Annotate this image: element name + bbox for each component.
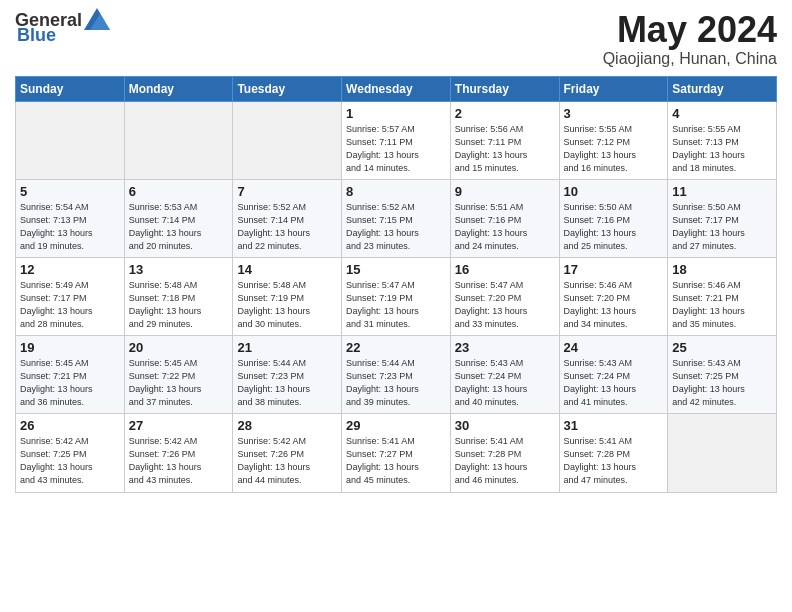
calendar-page: General Blue May 2024 Qiaojiang, Hunan, …: [0, 0, 792, 612]
day-number: 11: [672, 184, 772, 199]
week-row-5: 26Sunrise: 5:42 AM Sunset: 7:25 PM Dayli…: [16, 414, 777, 492]
calendar-subtitle: Qiaojiang, Hunan, China: [603, 50, 777, 68]
day-number: 13: [129, 262, 229, 277]
weekday-header-tuesday: Tuesday: [233, 76, 342, 101]
calendar-cell: 3Sunrise: 5:55 AM Sunset: 7:12 PM Daylig…: [559, 101, 668, 179]
day-info: Sunrise: 5:41 AM Sunset: 7:28 PM Dayligh…: [564, 435, 664, 487]
day-info: Sunrise: 5:44 AM Sunset: 7:23 PM Dayligh…: [346, 357, 446, 409]
calendar-cell: 2Sunrise: 5:56 AM Sunset: 7:11 PM Daylig…: [450, 101, 559, 179]
day-info: Sunrise: 5:50 AM Sunset: 7:16 PM Dayligh…: [564, 201, 664, 253]
calendar-title: May 2024: [603, 10, 777, 50]
day-info: Sunrise: 5:55 AM Sunset: 7:13 PM Dayligh…: [672, 123, 772, 175]
day-info: Sunrise: 5:45 AM Sunset: 7:22 PM Dayligh…: [129, 357, 229, 409]
day-number: 24: [564, 340, 664, 355]
calendar-table: SundayMondayTuesdayWednesdayThursdayFrid…: [15, 76, 777, 493]
day-number: 18: [672, 262, 772, 277]
day-info: Sunrise: 5:54 AM Sunset: 7:13 PM Dayligh…: [20, 201, 120, 253]
day-number: 22: [346, 340, 446, 355]
calendar-cell: 23Sunrise: 5:43 AM Sunset: 7:24 PM Dayli…: [450, 336, 559, 414]
day-info: Sunrise: 5:57 AM Sunset: 7:11 PM Dayligh…: [346, 123, 446, 175]
day-number: 25: [672, 340, 772, 355]
calendar-cell: 24Sunrise: 5:43 AM Sunset: 7:24 PM Dayli…: [559, 336, 668, 414]
day-number: 8: [346, 184, 446, 199]
day-info: Sunrise: 5:42 AM Sunset: 7:26 PM Dayligh…: [129, 435, 229, 487]
calendar-cell: 14Sunrise: 5:48 AM Sunset: 7:19 PM Dayli…: [233, 257, 342, 335]
day-info: Sunrise: 5:41 AM Sunset: 7:27 PM Dayligh…: [346, 435, 446, 487]
day-info: Sunrise: 5:46 AM Sunset: 7:21 PM Dayligh…: [672, 279, 772, 331]
calendar-cell: 25Sunrise: 5:43 AM Sunset: 7:25 PM Dayli…: [668, 336, 777, 414]
day-number: 19: [20, 340, 120, 355]
day-number: 1: [346, 106, 446, 121]
calendar-cell: 8Sunrise: 5:52 AM Sunset: 7:15 PM Daylig…: [342, 179, 451, 257]
title-section: May 2024 Qiaojiang, Hunan, China: [603, 10, 777, 68]
calendar-cell: 1Sunrise: 5:57 AM Sunset: 7:11 PM Daylig…: [342, 101, 451, 179]
day-info: Sunrise: 5:43 AM Sunset: 7:24 PM Dayligh…: [564, 357, 664, 409]
day-info: Sunrise: 5:42 AM Sunset: 7:26 PM Dayligh…: [237, 435, 337, 487]
day-info: Sunrise: 5:51 AM Sunset: 7:16 PM Dayligh…: [455, 201, 555, 253]
day-number: 14: [237, 262, 337, 277]
calendar-cell: [16, 101, 125, 179]
day-number: 15: [346, 262, 446, 277]
day-number: 30: [455, 418, 555, 433]
day-number: 17: [564, 262, 664, 277]
week-row-1: 1Sunrise: 5:57 AM Sunset: 7:11 PM Daylig…: [16, 101, 777, 179]
day-number: 16: [455, 262, 555, 277]
day-number: 9: [455, 184, 555, 199]
calendar-cell: 5Sunrise: 5:54 AM Sunset: 7:13 PM Daylig…: [16, 179, 125, 257]
week-row-3: 12Sunrise: 5:49 AM Sunset: 7:17 PM Dayli…: [16, 257, 777, 335]
calendar-cell: [668, 414, 777, 492]
calendar-cell: 4Sunrise: 5:55 AM Sunset: 7:13 PM Daylig…: [668, 101, 777, 179]
day-info: Sunrise: 5:43 AM Sunset: 7:24 PM Dayligh…: [455, 357, 555, 409]
day-info: Sunrise: 5:56 AM Sunset: 7:11 PM Dayligh…: [455, 123, 555, 175]
weekday-header-sunday: Sunday: [16, 76, 125, 101]
day-number: 5: [20, 184, 120, 199]
calendar-cell: 28Sunrise: 5:42 AM Sunset: 7:26 PM Dayli…: [233, 414, 342, 492]
calendar-cell: 30Sunrise: 5:41 AM Sunset: 7:28 PM Dayli…: [450, 414, 559, 492]
calendar-cell: 26Sunrise: 5:42 AM Sunset: 7:25 PM Dayli…: [16, 414, 125, 492]
day-number: 27: [129, 418, 229, 433]
calendar-cell: 22Sunrise: 5:44 AM Sunset: 7:23 PM Dayli…: [342, 336, 451, 414]
day-info: Sunrise: 5:45 AM Sunset: 7:21 PM Dayligh…: [20, 357, 120, 409]
calendar-cell: 15Sunrise: 5:47 AM Sunset: 7:19 PM Dayli…: [342, 257, 451, 335]
calendar-cell: 29Sunrise: 5:41 AM Sunset: 7:27 PM Dayli…: [342, 414, 451, 492]
calendar-cell: 7Sunrise: 5:52 AM Sunset: 7:14 PM Daylig…: [233, 179, 342, 257]
weekday-header-wednesday: Wednesday: [342, 76, 451, 101]
day-info: Sunrise: 5:50 AM Sunset: 7:17 PM Dayligh…: [672, 201, 772, 253]
day-info: Sunrise: 5:44 AM Sunset: 7:23 PM Dayligh…: [237, 357, 337, 409]
calendar-cell: 16Sunrise: 5:47 AM Sunset: 7:20 PM Dayli…: [450, 257, 559, 335]
day-number: 3: [564, 106, 664, 121]
day-number: 10: [564, 184, 664, 199]
calendar-cell: 27Sunrise: 5:42 AM Sunset: 7:26 PM Dayli…: [124, 414, 233, 492]
logo-blue: Blue: [17, 25, 56, 46]
calendar-cell: 9Sunrise: 5:51 AM Sunset: 7:16 PM Daylig…: [450, 179, 559, 257]
calendar-cell: 13Sunrise: 5:48 AM Sunset: 7:18 PM Dayli…: [124, 257, 233, 335]
weekday-header-thursday: Thursday: [450, 76, 559, 101]
day-info: Sunrise: 5:53 AM Sunset: 7:14 PM Dayligh…: [129, 201, 229, 253]
day-info: Sunrise: 5:46 AM Sunset: 7:20 PM Dayligh…: [564, 279, 664, 331]
calendar-cell: [124, 101, 233, 179]
calendar-cell: [233, 101, 342, 179]
calendar-cell: 20Sunrise: 5:45 AM Sunset: 7:22 PM Dayli…: [124, 336, 233, 414]
weekday-header-row: SundayMondayTuesdayWednesdayThursdayFrid…: [16, 76, 777, 101]
day-number: 21: [237, 340, 337, 355]
day-info: Sunrise: 5:47 AM Sunset: 7:19 PM Dayligh…: [346, 279, 446, 331]
calendar-cell: 17Sunrise: 5:46 AM Sunset: 7:20 PM Dayli…: [559, 257, 668, 335]
day-info: Sunrise: 5:48 AM Sunset: 7:19 PM Dayligh…: [237, 279, 337, 331]
day-info: Sunrise: 5:42 AM Sunset: 7:25 PM Dayligh…: [20, 435, 120, 487]
calendar-cell: 19Sunrise: 5:45 AM Sunset: 7:21 PM Dayli…: [16, 336, 125, 414]
day-number: 29: [346, 418, 446, 433]
day-number: 7: [237, 184, 337, 199]
calendar-cell: 6Sunrise: 5:53 AM Sunset: 7:14 PM Daylig…: [124, 179, 233, 257]
day-info: Sunrise: 5:43 AM Sunset: 7:25 PM Dayligh…: [672, 357, 772, 409]
calendar-cell: 10Sunrise: 5:50 AM Sunset: 7:16 PM Dayli…: [559, 179, 668, 257]
day-info: Sunrise: 5:49 AM Sunset: 7:17 PM Dayligh…: [20, 279, 120, 331]
day-number: 23: [455, 340, 555, 355]
day-info: Sunrise: 5:41 AM Sunset: 7:28 PM Dayligh…: [455, 435, 555, 487]
header: General Blue May 2024 Qiaojiang, Hunan, …: [15, 10, 777, 68]
logo: General Blue: [15, 10, 110, 46]
day-number: 26: [20, 418, 120, 433]
calendar-cell: 12Sunrise: 5:49 AM Sunset: 7:17 PM Dayli…: [16, 257, 125, 335]
day-info: Sunrise: 5:52 AM Sunset: 7:15 PM Dayligh…: [346, 201, 446, 253]
day-info: Sunrise: 5:47 AM Sunset: 7:20 PM Dayligh…: [455, 279, 555, 331]
day-number: 20: [129, 340, 229, 355]
